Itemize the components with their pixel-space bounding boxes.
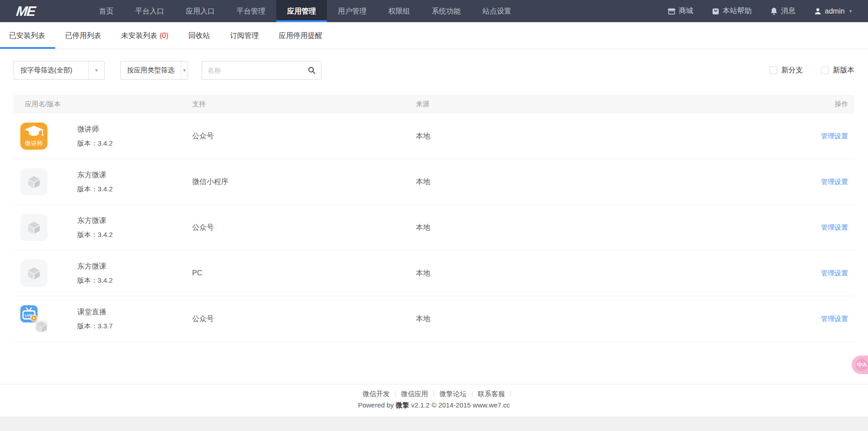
type-filter-value: 按应用类型筛选: [121, 62, 181, 79]
tab[interactable]: 已停用列表: [55, 22, 111, 49]
nav-item[interactable]: 平台管理: [226, 0, 276, 22]
user-name: admin: [825, 7, 845, 15]
user-menu[interactable]: admin ▼: [814, 7, 853, 15]
messages-label: 消息: [781, 6, 796, 16]
tab[interactable]: 回收站: [179, 22, 220, 49]
nav-item[interactable]: 站点设置: [472, 0, 522, 22]
logo[interactable]: ME: [0, 0, 35, 22]
help-shortcut[interactable]: 本站帮助: [712, 6, 752, 16]
cell-action: 管理设置: [791, 269, 854, 278]
search-input[interactable]: [208, 66, 308, 74]
table-body: 微讲师 微讲师 版本：3.4.2 公众号 本地 管理设置 东方微课 版本：3.4…: [14, 114, 854, 342]
search-icon: [308, 66, 316, 74]
nav-item[interactable]: 用户管理: [327, 0, 377, 22]
nav-item[interactable]: 应用入口: [175, 0, 226, 22]
cell-source: 本地: [416, 132, 791, 141]
col-header-source: 来源: [416, 100, 791, 109]
nav-item[interactable]: 应用管理: [276, 0, 327, 22]
cell-action: 管理设置: [791, 178, 854, 186]
help-bag-icon: [712, 7, 720, 15]
logo-text: ME: [15, 0, 36, 22]
store-shortcut[interactable]: 商城: [667, 6, 693, 16]
footer-link[interactable]: 联系客服: [472, 390, 511, 397]
tab[interactable]: 未安装列表(0): [111, 22, 179, 49]
letter-filter-select[interactable]: 按字母筛选(全部) ▼: [14, 61, 105, 80]
type-filter-select[interactable]: 按应用类型筛选 ▼: [120, 61, 188, 80]
manage-settings-link[interactable]: 管理设置: [821, 269, 848, 277]
tab[interactable]: 已安装列表: [0, 22, 55, 49]
help-label: 本站帮助: [723, 6, 752, 16]
manage-settings-link[interactable]: 管理设置: [821, 178, 848, 185]
col-header-support: 支持: [192, 100, 416, 109]
translate-fab[interactable]: 中A: [852, 355, 868, 374]
powered-brand[interactable]: 微擎: [396, 401, 409, 409]
search-box: [202, 61, 321, 80]
manage-settings-link[interactable]: 管理设置: [821, 132, 848, 140]
letter-filter-value: 按字母筛选(全部): [14, 62, 88, 79]
app-name: 微讲师: [77, 125, 113, 134]
tab[interactable]: 应用停用提醒: [269, 22, 332, 49]
cell-app: 东方微课 版本：3.4.2: [14, 214, 192, 241]
app-icon-wjiangshi: 微讲师: [20, 123, 47, 150]
powered-suffix: v2.1.2 © 2014-2015 www.we7.cc: [411, 401, 510, 409]
nav-item[interactable]: 系统功能: [421, 0, 472, 22]
store-icon: [667, 7, 676, 15]
app-table: 应用名/版本 支持 来源 操作 微讲师 微讲师 版本：3.4.2 公众号 本地 …: [14, 95, 854, 342]
cell-action: 管理设置: [791, 315, 854, 323]
user-icon: [814, 7, 822, 15]
manage-settings-link[interactable]: 管理设置: [821, 223, 848, 231]
cell-app: 微讲师 微讲师 版本：3.4.2: [14, 123, 192, 150]
cell-app: LIVE 课堂直播 版本：3.3.7: [14, 305, 192, 332]
app-version: 版本：3.4.2: [77, 230, 113, 239]
app-icon-placeholder: [20, 168, 47, 195]
col-header-action: 操作: [791, 100, 854, 109]
col-header-app: 应用名/版本: [14, 100, 192, 109]
search-button[interactable]: [308, 66, 316, 74]
tab[interactable]: 订阅管理: [220, 22, 269, 49]
footer-link[interactable]: 微信应用: [396, 390, 434, 397]
tab-label: 回收站: [189, 32, 210, 39]
cell-action: 管理设置: [791, 223, 854, 232]
nav-item-label: 应用入口: [186, 7, 215, 15]
nav-item-label: 用户管理: [338, 7, 367, 15]
app-name: 东方微课: [77, 262, 113, 271]
cell-support: PC: [192, 269, 416, 277]
manage-settings-link[interactable]: 管理设置: [821, 315, 848, 322]
app-icon-slot: [20, 260, 47, 287]
cube-icon: [27, 175, 41, 189]
nav-items: 首页 平台入口 应用入口 平台管理 应用管理 用户管理 权限组 系统功能 站点设…: [88, 0, 522, 22]
table-row: 微讲师 微讲师 版本：3.4.2 公众号 本地 管理设置: [14, 114, 854, 159]
app-icon-slot: [20, 168, 47, 195]
cube-icon: [27, 221, 41, 234]
nav-item-label: 应用管理: [287, 7, 316, 15]
nav-item-label: 平台管理: [236, 7, 265, 15]
powered-by: Powered by 微擎 v2.1.2 © 2014-2015 www.we7…: [0, 401, 868, 410]
app-version: 版本：3.4.2: [77, 185, 113, 194]
nav-item-label: 权限组: [388, 7, 410, 15]
app-icon-placeholder: [20, 214, 47, 241]
nav-item[interactable]: 首页: [88, 0, 124, 22]
filter-checkboxes: 新分支 新版本: [769, 66, 854, 75]
tab-label: 已停用列表: [65, 32, 101, 39]
app-version: 版本：3.4.2: [77, 139, 113, 148]
footer-link[interactable]: 微信开发: [357, 390, 396, 397]
top-navbar: ME 首页 平台入口 应用入口 平台管理 应用管理 用户管理 权限组 系统功能 …: [0, 0, 868, 22]
footer-link[interactable]: 微擎论坛: [434, 390, 472, 397]
footer-links: 微信开发 微信应用 微擎论坛 联系客服: [0, 390, 868, 397]
bottom-strip: [0, 417, 868, 431]
app-info: 东方微课 版本：3.4.2: [77, 171, 113, 194]
app-info: 课堂直播 版本：3.3.7: [77, 308, 113, 331]
nav-item[interactable]: 权限组: [377, 0, 421, 22]
new-branch-checkbox[interactable]: [769, 66, 777, 74]
nav-item[interactable]: 平台入口: [124, 0, 175, 22]
app-info: 东方微课 版本：3.4.2: [77, 262, 113, 285]
powered-prefix: Powered by: [358, 401, 394, 409]
new-version-checkbox[interactable]: [821, 66, 829, 74]
cell-source: 本地: [416, 314, 791, 324]
cell-source: 本地: [416, 223, 791, 232]
messages-shortcut[interactable]: 消息: [770, 6, 796, 16]
cell-app: 东方微课 版本：3.4.2: [14, 168, 192, 195]
cell-support: 公众号: [192, 132, 416, 141]
nav-item-label: 平台入口: [135, 7, 164, 15]
app-icon-slot: LIVE: [20, 305, 47, 332]
